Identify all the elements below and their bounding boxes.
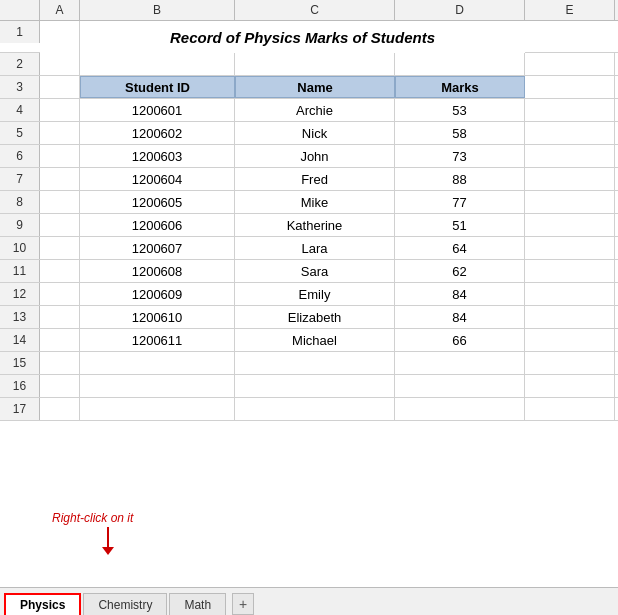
row-header-15: 15: [0, 352, 40, 374]
cell-b14[interactable]: 1200611: [80, 329, 235, 351]
cell-a8[interactable]: [40, 191, 80, 213]
tab-math[interactable]: Math: [169, 593, 226, 615]
cell-a1[interactable]: [40, 21, 80, 53]
cell-a11[interactable]: [40, 260, 80, 282]
cell-c7[interactable]: Fred: [235, 168, 395, 190]
cell-a16[interactable]: [40, 375, 80, 397]
cell-d11[interactable]: 62: [395, 260, 525, 282]
table-row: 14 1200611 Michael 66: [0, 329, 618, 352]
cell-a3[interactable]: [40, 76, 80, 98]
cell-c4[interactable]: Archie: [235, 99, 395, 121]
cell-c10[interactable]: Lara: [235, 237, 395, 259]
cell-b3-header[interactable]: Student ID: [80, 76, 235, 98]
cell-b6[interactable]: 1200603: [80, 145, 235, 167]
cell-e3[interactable]: [525, 76, 615, 98]
cell-b16[interactable]: [80, 375, 235, 397]
cell-a13[interactable]: [40, 306, 80, 328]
cell-c13[interactable]: Elizabeth: [235, 306, 395, 328]
cell-c17[interactable]: [235, 398, 395, 420]
cell-e14[interactable]: [525, 329, 615, 351]
cell-c2[interactable]: [235, 53, 395, 75]
cell-d4[interactable]: 53: [395, 99, 525, 121]
row-header-7: 7: [0, 168, 40, 190]
cell-d8[interactable]: 77: [395, 191, 525, 213]
row-header-11: 11: [0, 260, 40, 282]
cell-d10[interactable]: 64: [395, 237, 525, 259]
table-row: 5 1200602 Nick 58: [0, 122, 618, 145]
cell-e17[interactable]: [525, 398, 615, 420]
cell-d7[interactable]: 88: [395, 168, 525, 190]
cell-e7[interactable]: [525, 168, 615, 190]
cell-d3-header[interactable]: Marks: [395, 76, 525, 98]
cell-c8[interactable]: Mike: [235, 191, 395, 213]
cell-a9[interactable]: [40, 214, 80, 236]
col-header-d: D: [395, 0, 525, 20]
cell-e2[interactable]: [525, 53, 615, 75]
cell-e8[interactable]: [525, 191, 615, 213]
cell-b5[interactable]: 1200602: [80, 122, 235, 144]
cell-b17[interactable]: [80, 398, 235, 420]
cell-b13[interactable]: 1200610: [80, 306, 235, 328]
cell-b1[interactable]: Record of Physics Marks of Students: [80, 21, 525, 53]
annotation-text: Right-click on it: [52, 511, 133, 525]
cell-e4[interactable]: [525, 99, 615, 121]
cell-e11[interactable]: [525, 260, 615, 282]
row-header-3: 3: [0, 76, 40, 98]
cell-a5[interactable]: [40, 122, 80, 144]
cell-e10[interactable]: [525, 237, 615, 259]
cell-c15[interactable]: [235, 352, 395, 374]
row-header-2: 2: [0, 53, 40, 75]
cell-e16[interactable]: [525, 375, 615, 397]
cell-c11[interactable]: Sara: [235, 260, 395, 282]
cell-a17[interactable]: [40, 398, 80, 420]
row-header-12: 12: [0, 283, 40, 305]
cell-a10[interactable]: [40, 237, 80, 259]
row-header-10: 10: [0, 237, 40, 259]
cell-e15[interactable]: [525, 352, 615, 374]
sheet-tabs-bar: Physics Chemistry Math +: [0, 587, 618, 615]
cell-b9[interactable]: 1200606: [80, 214, 235, 236]
cell-b8[interactable]: 1200605: [80, 191, 235, 213]
cell-e6[interactable]: [525, 145, 615, 167]
cell-d2[interactable]: [395, 53, 525, 75]
cell-a4[interactable]: [40, 99, 80, 121]
cell-a2[interactable]: [40, 53, 80, 75]
cell-d16[interactable]: [395, 375, 525, 397]
cell-c3-header[interactable]: Name: [235, 76, 395, 98]
cell-b11[interactable]: 1200608: [80, 260, 235, 282]
cell-b12[interactable]: 1200609: [80, 283, 235, 305]
cell-d9[interactable]: 51: [395, 214, 525, 236]
cell-c9[interactable]: Katherine: [235, 214, 395, 236]
cell-b7[interactable]: 1200604: [80, 168, 235, 190]
cell-e5[interactable]: [525, 122, 615, 144]
cell-a7[interactable]: [40, 168, 80, 190]
cell-d13[interactable]: 84: [395, 306, 525, 328]
cell-a6[interactable]: [40, 145, 80, 167]
add-sheet-button[interactable]: +: [232, 593, 254, 615]
cell-d6[interactable]: 73: [395, 145, 525, 167]
cell-b2[interactable]: [80, 53, 235, 75]
cell-b15[interactable]: [80, 352, 235, 374]
cell-a14[interactable]: [40, 329, 80, 351]
cell-d14[interactable]: 66: [395, 329, 525, 351]
cell-e9[interactable]: [525, 214, 615, 236]
cell-c16[interactable]: [235, 375, 395, 397]
cell-e13[interactable]: [525, 306, 615, 328]
cell-a12[interactable]: [40, 283, 80, 305]
cell-c5[interactable]: Nick: [235, 122, 395, 144]
tab-chemistry[interactable]: Chemistry: [83, 593, 167, 615]
table-row: 11 1200608 Sara 62: [0, 260, 618, 283]
cell-a15[interactable]: [40, 352, 80, 374]
cell-d17[interactable]: [395, 398, 525, 420]
cell-d15[interactable]: [395, 352, 525, 374]
cell-c14[interactable]: Michael: [235, 329, 395, 351]
cell-b4[interactable]: 1200601: [80, 99, 235, 121]
cell-d5[interactable]: 58: [395, 122, 525, 144]
cell-e12[interactable]: [525, 283, 615, 305]
cell-b10[interactable]: 1200607: [80, 237, 235, 259]
cell-c12[interactable]: Emily: [235, 283, 395, 305]
cell-d12[interactable]: 84: [395, 283, 525, 305]
row-header-14: 14: [0, 329, 40, 351]
cell-c6[interactable]: John: [235, 145, 395, 167]
tab-physics[interactable]: Physics: [4, 593, 81, 615]
